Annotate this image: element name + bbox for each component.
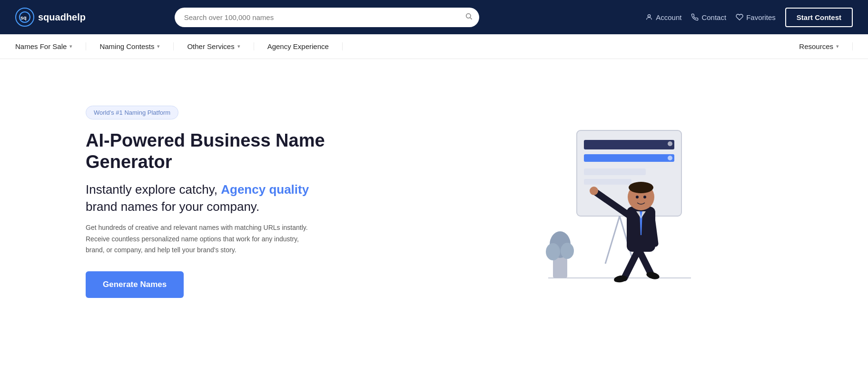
hero-title: AI-Powered Business Name Generator xyxy=(86,130,371,173)
nav-item-resources[interactable]: Resources ▾ xyxy=(786,42,853,50)
nav-label-resources: Resources xyxy=(799,42,833,50)
hero-subtitle: Instantly explore catchy, Agency quality… xyxy=(86,181,371,216)
hero-section: World's #1 Naming Platform AI-Powered Bu… xyxy=(0,59,868,335)
generate-names-button[interactable]: Generate Names xyxy=(86,271,184,298)
hero-svg xyxy=(501,116,700,297)
logo[interactable]: sq squadhelp xyxy=(15,8,86,27)
logo-text: squadhelp xyxy=(38,12,86,23)
account-link[interactable]: Account xyxy=(645,13,681,21)
svg-text:sq: sq xyxy=(20,15,27,20)
logo-icon: sq xyxy=(15,8,34,27)
chevron-down-icon: ▾ xyxy=(836,43,839,49)
nav-item-names-for-sale[interactable]: Names For Sale ▾ xyxy=(15,42,86,50)
hero-description: Get hundreds of creative and relevant na… xyxy=(86,222,314,256)
contact-link[interactable]: Contact xyxy=(691,13,726,21)
svg-point-2 xyxy=(466,14,470,18)
nav-item-other-services[interactable]: Other Services ▾ xyxy=(174,42,254,50)
hero-subtitle-plain: Instantly explore catchy, xyxy=(86,182,217,197)
svg-line-3 xyxy=(470,18,472,20)
svg-point-18 xyxy=(561,243,574,259)
chevron-down-icon: ▾ xyxy=(157,43,160,49)
svg-rect-7 xyxy=(584,154,674,162)
chevron-down-icon: ▾ xyxy=(69,43,72,49)
account-icon xyxy=(645,13,653,21)
main-nav: Names For Sale ▾ Naming Contests ▾ Other… xyxy=(0,34,868,59)
svg-point-31 xyxy=(629,182,653,193)
search-container xyxy=(175,8,479,27)
svg-point-9 xyxy=(668,156,672,160)
search-input[interactable] xyxy=(175,8,479,27)
nav-label-other-services: Other Services xyxy=(187,42,234,50)
start-contest-button[interactable]: Start Contest xyxy=(785,8,853,27)
svg-point-17 xyxy=(546,243,560,260)
phone-icon xyxy=(691,13,699,21)
svg-point-4 xyxy=(648,15,651,17)
chevron-down-icon: ▾ xyxy=(237,43,240,49)
account-label: Account xyxy=(656,13,681,21)
svg-point-32 xyxy=(636,196,639,198)
svg-point-29 xyxy=(590,187,598,195)
svg-rect-6 xyxy=(584,140,674,149)
svg-point-8 xyxy=(668,141,672,146)
contact-label: Contact xyxy=(701,13,726,21)
nav-items-container: Names For Sale ▾ Naming Contests ▾ Other… xyxy=(15,42,853,50)
hero-badge: World's #1 Naming Platform xyxy=(86,106,178,119)
nav-label-agency-experience: Agency Experience xyxy=(267,42,329,50)
hero-subtitle-highlight: Agency quality xyxy=(221,182,309,197)
svg-rect-10 xyxy=(584,168,646,175)
nav-label-naming-contests: Naming Contests xyxy=(99,42,154,50)
header-actions: Account Contact Favorites Start Contest xyxy=(645,8,853,27)
hero-content: World's #1 Naming Platform AI-Powered Bu… xyxy=(86,106,371,298)
hero-subtitle-end: brand names for your company. xyxy=(86,199,259,214)
svg-line-12 xyxy=(605,216,620,264)
nav-item-naming-contests[interactable]: Naming Contests ▾ xyxy=(86,42,174,50)
hero-illustration xyxy=(371,107,830,297)
search-icon xyxy=(465,12,473,22)
svg-point-33 xyxy=(643,196,646,198)
header: sq squadhelp Account Contact xyxy=(0,0,868,34)
favorites-link[interactable]: Favorites xyxy=(736,13,776,21)
nav-item-agency-experience[interactable]: Agency Experience xyxy=(254,42,343,50)
svg-line-28 xyxy=(652,218,655,244)
favorites-label: Favorites xyxy=(746,13,776,21)
svg-rect-11 xyxy=(584,179,631,185)
svg-line-20 xyxy=(639,249,651,273)
heart-icon xyxy=(736,13,743,21)
nav-label-names-for-sale: Names For Sale xyxy=(15,42,67,50)
